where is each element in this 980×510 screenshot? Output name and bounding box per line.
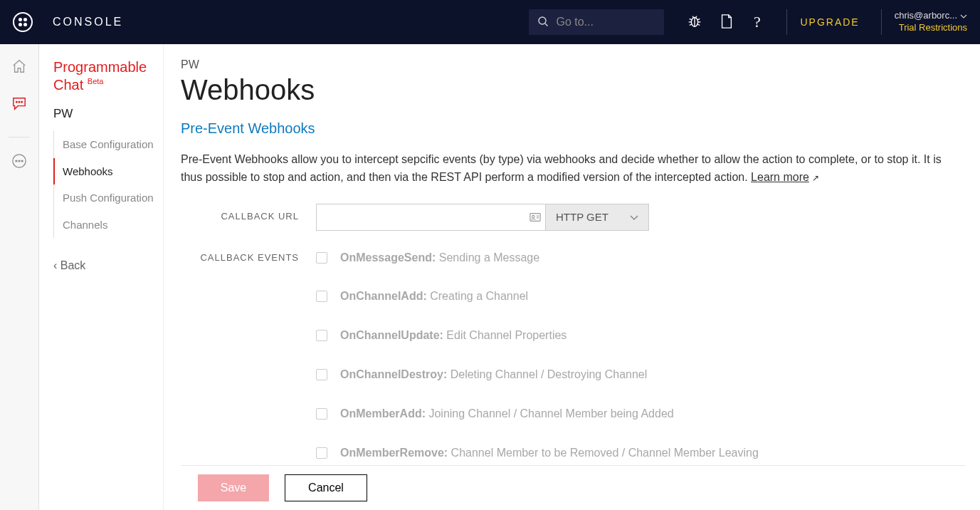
- search-icon: [537, 16, 549, 29]
- section-title: Pre-Event Webhooks: [181, 120, 966, 137]
- svg-rect-20: [530, 213, 540, 221]
- svg-line-11: [696, 16, 697, 17]
- svg-line-10: [693, 16, 694, 17]
- debug-icon[interactable]: [687, 14, 702, 31]
- event-checkbox[interactable]: [316, 369, 327, 380]
- svg-line-7: [697, 19, 700, 20]
- svg-point-14: [19, 101, 19, 102]
- console-brand: CONSOLE: [53, 16, 123, 28]
- event-row: OnChannelUpdate: Edit Channel Properties: [316, 323, 966, 362]
- svg-point-18: [19, 160, 20, 162]
- home-icon[interactable]: [11, 58, 27, 76]
- svg-line-8: [690, 24, 692, 25]
- search-input[interactable]: [556, 16, 655, 28]
- action-bar: Save Cancel: [181, 465, 966, 510]
- upgrade-link[interactable]: UPGRADE: [800, 16, 859, 28]
- learn-more-link[interactable]: Learn more: [751, 171, 809, 183]
- sidebar-item-base-config[interactable]: Base Configuration: [54, 131, 163, 158]
- chat-icon[interactable]: [11, 96, 27, 113]
- top-header: CONSOLE ? UPGRADE chris@arborc... Trial …: [0, 0, 980, 44]
- svg-point-17: [16, 160, 17, 162]
- main-content: PW Webhooks Pre-Event Webhooks Pre-Event…: [164, 44, 980, 510]
- cancel-button[interactable]: Cancel: [285, 474, 367, 501]
- search-box[interactable]: [529, 9, 664, 35]
- svg-point-19: [21, 160, 23, 162]
- http-method-select[interactable]: HTTP GET: [545, 204, 649, 231]
- event-checkbox[interactable]: [316, 330, 327, 341]
- header-divider: [786, 9, 787, 35]
- chevron-down-icon: [630, 211, 638, 223]
- sidebar-item-push-config[interactable]: Push Configuration: [54, 184, 163, 212]
- svg-point-21: [532, 215, 535, 218]
- contact-card-icon[interactable]: [525, 204, 545, 231]
- save-button[interactable]: Save: [198, 474, 269, 501]
- svg-line-9: [697, 24, 700, 25]
- project-code[interactable]: PW: [53, 107, 163, 121]
- page-title: Webhooks: [181, 74, 966, 106]
- svg-point-13: [16, 101, 17, 102]
- svg-point-15: [21, 101, 22, 102]
- beta-badge: Beta: [88, 77, 104, 85]
- event-checkbox[interactable]: [316, 291, 327, 302]
- section-description: Pre-Event Webhooks allow you to intercep…: [181, 151, 966, 187]
- external-link-icon: ↗: [812, 172, 819, 185]
- callback-url-label: CALLBACK URL: [181, 204, 316, 231]
- event-row: OnChannelAdd: Creating a Channel: [316, 283, 966, 323]
- header-divider: [881, 9, 882, 35]
- event-row: OnChannelDestroy: Deleting Channel / Des…: [316, 362, 966, 401]
- chevron-down-icon: [960, 10, 967, 22]
- event-checkbox[interactable]: [316, 447, 327, 459]
- trial-restrictions-link[interactable]: Trial Restrictions: [895, 22, 967, 34]
- twilio-logo[interactable]: [13, 12, 33, 32]
- callback-url-input[interactable]: [316, 204, 525, 231]
- svg-point-0: [539, 17, 546, 24]
- back-link[interactable]: ‹ Back: [53, 259, 163, 272]
- event-checkbox[interactable]: [316, 408, 327, 420]
- more-icon[interactable]: [11, 153, 27, 171]
- user-menu[interactable]: chris@arborc... Trial Restrictions: [895, 10, 967, 34]
- breadcrumb: PW: [181, 58, 966, 71]
- svg-line-1: [545, 24, 548, 26]
- chevron-left-icon: ‹: [53, 259, 57, 271]
- sidebar-item-channels[interactable]: Channels: [54, 212, 163, 239]
- icon-rail: [0, 44, 39, 510]
- sidebar-item-webhooks[interactable]: Webhooks: [53, 158, 163, 185]
- product-title[interactable]: Programmable Chat Beta: [53, 58, 163, 94]
- sidebar: Programmable Chat Beta PW Base Configura…: [39, 44, 164, 510]
- event-checkbox[interactable]: [316, 252, 327, 264]
- svg-text:?: ?: [754, 13, 761, 30]
- user-email-label: chris@arborc...: [895, 10, 957, 21]
- event-row: OnMemberAdd: Joining Channel / Channel M…: [316, 401, 966, 440]
- svg-line-6: [690, 19, 692, 20]
- document-icon[interactable]: [720, 14, 734, 31]
- help-icon[interactable]: ?: [751, 13, 765, 32]
- event-row: OnMessageSend: Sending a Message: [316, 245, 966, 284]
